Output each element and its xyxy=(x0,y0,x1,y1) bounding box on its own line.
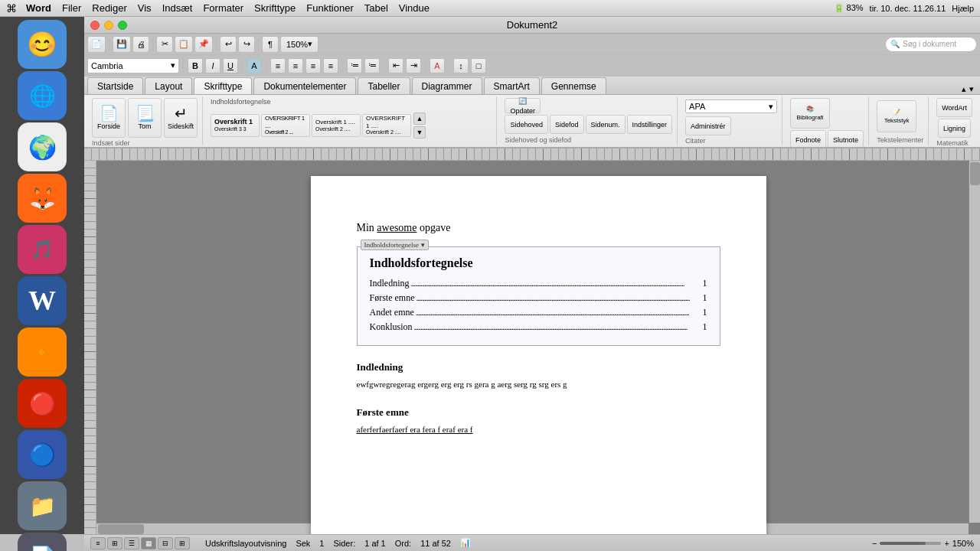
bold-button[interactable]: B xyxy=(188,58,203,73)
dock-app2[interactable]: 🔴 xyxy=(18,379,67,428)
line-spacing[interactable]: ↕ xyxy=(453,58,469,73)
view-btn-6[interactable]: ⊞ xyxy=(175,537,190,549)
scrollbar-h-thumb[interactable] xyxy=(98,524,144,534)
citation-style-box[interactable]: APA ▾ xyxy=(685,99,777,113)
forside-button[interactable]: 📄 Forside xyxy=(92,98,126,138)
view-btn-4[interactable]: ▦ xyxy=(141,537,156,549)
border-btn[interactable]: □ xyxy=(471,58,486,73)
justify[interactable]: ≡ xyxy=(323,58,338,73)
sidenum-button[interactable]: Sidenum. xyxy=(586,115,626,134)
ribbon-expand[interactable]: ▾ xyxy=(969,84,974,94)
menu-indsaet[interactable]: Indsæt xyxy=(162,2,193,14)
zoom-out-btn[interactable]: − xyxy=(872,539,877,548)
menu-formater[interactable]: Formater xyxy=(203,2,243,14)
fodnote-button[interactable]: Fodnote xyxy=(790,130,826,148)
document-area[interactable]: Min awesome Min awesome opgaveopgave Ind… xyxy=(96,161,980,534)
bibliografi-button[interactable]: 📚 Bibliografi xyxy=(790,98,830,129)
dock-browser[interactable]: 🔵 xyxy=(18,430,67,479)
tab-skrifttype[interactable]: Skrifttype xyxy=(194,77,252,94)
format-btn[interactable]: ¶ xyxy=(262,36,279,53)
menu-skrifttype[interactable]: Skrifttype xyxy=(254,2,296,14)
menu-funktioner[interactable]: Funktioner xyxy=(306,2,353,14)
apple-menu[interactable]: ⌘ xyxy=(6,2,17,15)
align-right[interactable]: ≡ xyxy=(305,58,321,73)
slutnote-button[interactable]: Slutnote xyxy=(828,130,864,148)
gallery-up[interactable]: ▲ xyxy=(413,112,426,125)
align-center[interactable]: ≡ xyxy=(288,58,303,73)
menu-rediger[interactable]: Rediger xyxy=(92,2,127,14)
copy-button[interactable]: 📋 xyxy=(175,36,193,53)
tab-startside[interactable]: Startside xyxy=(87,77,143,94)
minimize-button[interactable] xyxy=(104,21,113,30)
dock-finder[interactable]: 😊 xyxy=(18,20,67,69)
dock-word[interactable]: W xyxy=(18,276,67,325)
zoom-in-btn[interactable]: + xyxy=(944,539,949,548)
print-button[interactable]: 🖨 xyxy=(132,36,149,53)
font-color[interactable]: A xyxy=(430,58,445,73)
close-button[interactable] xyxy=(90,21,100,30)
zoom-btn[interactable]: 150%▾ xyxy=(280,36,318,53)
view-btn-3[interactable]: ☰ xyxy=(124,537,139,549)
menu-tabel[interactable]: Tabel xyxy=(364,2,388,14)
indent-decrease[interactable]: ⇤ xyxy=(388,58,403,73)
updater-button[interactable]: 🔄 Opdater xyxy=(505,98,541,113)
dock-safari[interactable]: 🌐 xyxy=(18,71,67,120)
ligning-button[interactable]: Ligning xyxy=(938,119,971,138)
tab-gennemse[interactable]: Gennemse xyxy=(541,77,606,94)
zoom-slider[interactable] xyxy=(880,542,941,545)
cut-button[interactable]: ✂ xyxy=(156,36,173,53)
search-box[interactable]: 🔍 Søg i dokument xyxy=(885,37,977,52)
dock-files[interactable]: 📄 xyxy=(18,533,67,551)
style-item-1[interactable]: Overskrift 1 Overskrift 3 3 xyxy=(211,114,260,137)
scrollbar-thumb[interactable] xyxy=(970,162,980,185)
highlight-button[interactable]: A xyxy=(247,58,262,73)
administrer-button[interactable]: Administrér xyxy=(685,116,731,135)
maximize-button[interactable] xyxy=(118,21,127,30)
dock-itunes[interactable]: 🎵 xyxy=(18,225,67,274)
redo-button[interactable]: ↪ xyxy=(238,36,255,53)
dock-chrome[interactable]: 🌍 xyxy=(18,122,67,171)
menu-filer[interactable]: Filer xyxy=(62,2,81,14)
bullet-list[interactable]: ≔ xyxy=(347,58,362,73)
sidehoved-button[interactable]: Sidehoved xyxy=(505,115,548,134)
tab-layout[interactable]: Layout xyxy=(145,77,192,94)
wordart-button[interactable]: WordArt xyxy=(936,98,972,117)
new-button[interactable]: 📄 xyxy=(87,36,106,53)
sidefod-button[interactable]: Sidefod xyxy=(550,115,584,134)
tekststyk-button[interactable]: 📝 Tekststyk xyxy=(877,100,916,132)
style-item-2[interactable]: OVERSKRIFT 1 .... Overskrift 2 .... xyxy=(261,114,310,137)
tab-tabeller[interactable]: Tabeller xyxy=(358,77,410,94)
sideskift-button[interactable]: ↵ Sideskift xyxy=(164,98,198,138)
font-name-box[interactable]: Cambria ▾ xyxy=(87,58,179,73)
menu-vis[interactable]: Vis xyxy=(138,2,152,14)
tom-button[interactable]: 📃 Tom xyxy=(128,98,162,138)
view-btn-5[interactable]: ⊟ xyxy=(158,537,173,549)
tab-dokumentelementer[interactable]: Dokumentelementer xyxy=(253,77,356,94)
toc-label-tag[interactable]: Indholdsfortegnelse ▾ xyxy=(361,240,429,250)
underline-button[interactable]: U xyxy=(223,58,238,73)
style-item-3[interactable]: Overskrift 1 .... Overskrift 2 .... xyxy=(312,114,361,137)
view-btn-2[interactable]: ⊞ xyxy=(107,537,122,549)
dock-firefox[interactable]: 🦊 xyxy=(18,174,67,223)
undo-button[interactable]: ↩ xyxy=(220,36,237,53)
indent-increase[interactable]: ⇥ xyxy=(406,58,421,73)
save-button[interactable]: 💾 xyxy=(113,36,131,53)
dock-vlc[interactable]: 🔸 xyxy=(18,328,67,377)
align-left[interactable]: ≡ xyxy=(270,58,286,73)
scrollbar-vertical[interactable] xyxy=(969,161,980,523)
style-item-4[interactable]: OVERSKRIFT 1 .... Overskrift 2 .... xyxy=(362,114,411,137)
number-list[interactable]: ≔ xyxy=(364,58,380,73)
tab-diagrammer[interactable]: Diagrammer xyxy=(412,77,482,94)
paste-button[interactable]: 📌 xyxy=(194,36,213,53)
italic-button[interactable]: I xyxy=(205,58,220,73)
view-btn-1[interactable]: ≡ xyxy=(90,537,106,549)
gallery-down[interactable]: ▼ xyxy=(413,126,426,139)
dock-folder[interactable]: 📁 xyxy=(18,481,67,530)
menu-vindue[interactable]: Vindue xyxy=(399,2,430,14)
menu-word[interactable]: Word xyxy=(26,2,51,14)
tekst-icon: 📝 xyxy=(893,109,900,116)
menu-hjælp[interactable]: Hjælp xyxy=(952,4,974,13)
tab-smartart[interactable]: SmartArt xyxy=(484,77,540,94)
ribbon-collapse[interactable]: ▴ xyxy=(962,84,966,94)
indstillinger-button[interactable]: Indstillinger xyxy=(627,115,673,134)
